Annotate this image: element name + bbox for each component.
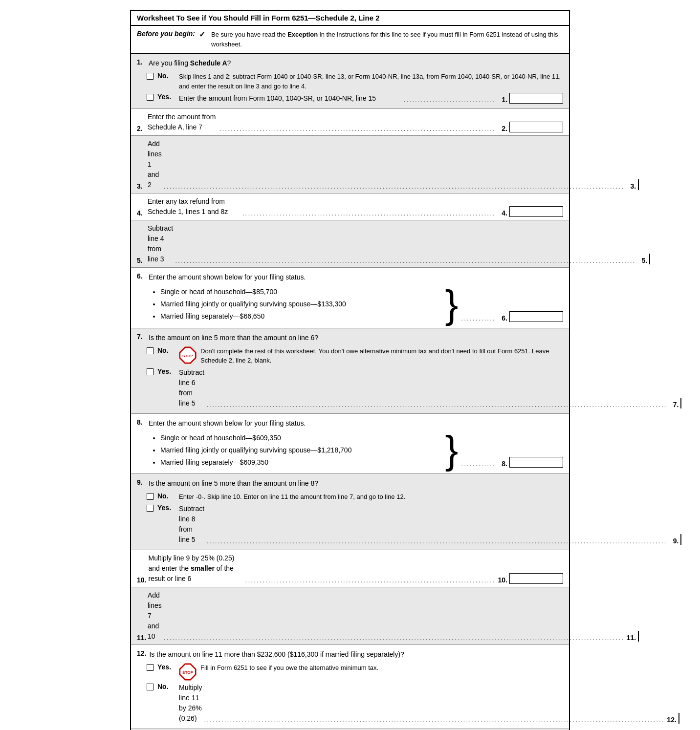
q2-row: 2. Enter the amount from Schedule A, lin… <box>137 112 563 132</box>
q12-input[interactable] <box>678 713 679 724</box>
q7-yes-checkbox[interactable] <box>147 368 153 375</box>
q8-heading: Enter the amount shown below for your fi… <box>149 418 563 429</box>
section-q11: 11. Add lines 7 and 10 .................… <box>131 587 569 645</box>
q12-no-row: No. Multiply line 11 by 26% (0.26) .....… <box>147 683 563 724</box>
q3-input[interactable] <box>638 179 639 190</box>
q11-dots: ........................................… <box>164 634 624 642</box>
q3-text: Add lines 1 and 2 <box>148 139 162 190</box>
q7-yes-label: Yes. <box>157 367 175 375</box>
q9-no-checkbox[interactable] <box>147 493 153 500</box>
q7-heading-row: 7. Is the amount on line 5 more than the… <box>137 331 563 344</box>
q1-dots: ................................ <box>404 96 496 104</box>
section-q1: 1. Are you filing Schedule A? No. Skip l… <box>131 54 569 109</box>
section-q4: 4. Enter any tax refund from Schedule 1,… <box>131 193 569 220</box>
q1-yes-checkbox[interactable] <box>147 94 153 101</box>
q3-line-ref: 3. <box>626 182 636 190</box>
q12-label: 12. <box>137 649 146 657</box>
q12-yes-text: Fill in Form 6251 to see if you owe the … <box>200 663 563 673</box>
q4-input[interactable] <box>509 206 563 217</box>
q1-yes-row: Yes. Enter the amount from Form 1040, 10… <box>147 93 563 104</box>
q8-bullet3: Married filing separately—$609,350 <box>160 456 442 469</box>
q7-yes-content: Subtract line 6 from line 5 ............… <box>179 367 595 408</box>
q6-input[interactable] <box>509 311 563 322</box>
q8-dots-ref: ............ 8. <box>461 430 563 471</box>
q2-input[interactable] <box>509 122 563 132</box>
q2-dots: ........................................… <box>219 125 496 132</box>
q9-yes-checkbox[interactable] <box>147 505 153 512</box>
q1-no-text: Skip lines 1 and 2; subtract Form 1040 o… <box>179 72 563 91</box>
q3-row: 3. Add lines 1 and 2 ...................… <box>137 139 563 190</box>
q7-yes-text: Subtract line 6 from line 5 <box>179 367 204 408</box>
q7-input[interactable] <box>680 398 681 408</box>
q8-dots: ............ <box>461 460 496 468</box>
q10-label: 10. <box>137 576 146 584</box>
q5-row: 5. Subtract line 4 from line 3 .........… <box>137 223 563 264</box>
q1-no-row: No. Skip lines 1 and 2; subtract Form 10… <box>147 72 563 91</box>
q5-line-ref: 5. <box>637 257 647 264</box>
q9-no-label: No. <box>157 492 175 500</box>
q1-yes-label: Yes. <box>157 93 175 101</box>
q9-line-ref: 9. <box>669 537 678 545</box>
q8-heading-row: 8. Enter the amount shown below for your… <box>137 417 563 430</box>
q5-input[interactable] <box>649 254 650 264</box>
q12-yes-checkbox[interactable] <box>147 664 153 671</box>
q12-no-checkbox[interactable] <box>147 684 153 690</box>
q12-no-text: Multiply line 11 by 26% (0.26) <box>179 683 202 724</box>
before-begin-section: Before you begin: ✓ Be sure you have rea… <box>131 26 569 54</box>
q6-bullet-content: Single or head of household—$85,700 Marr… <box>149 284 442 325</box>
section-q10: 10. Multiply line 9 by 25% (0.25) and en… <box>131 550 569 587</box>
q8-input[interactable] <box>509 457 563 468</box>
q6-line-ref: 6. <box>498 314 507 322</box>
worksheet-title: Worksheet To See if You Should Fill in F… <box>131 11 569 26</box>
q9-heading-row: 9. Is the amount on line 5 more than the… <box>137 477 563 490</box>
title-text: Worksheet To See if You Should Fill in F… <box>137 14 380 22</box>
q8-bullet-list: Single or head of household—$609,350 Mar… <box>160 432 442 469</box>
q7-label: 7. <box>137 333 146 341</box>
q9-yes-row: Yes. Subtract line 8 from line 5 .......… <box>147 504 563 545</box>
q12-stop-icon: STOP <box>179 663 197 681</box>
q6-dots-ref: ............ 6. <box>461 284 563 325</box>
q11-input[interactable] <box>638 631 639 642</box>
section-q7: 7. Is the amount on line 5 more than the… <box>131 328 569 414</box>
q6-bullet1: Single or head of household—$85,700 <box>160 286 442 298</box>
q12-heading: Is the amount on line 11 more than $232,… <box>149 649 563 660</box>
q6-heading-row: 6. Enter the amount shown below for your… <box>137 271 563 284</box>
q11-text: Add lines 7 and 10 <box>148 590 162 642</box>
before-begin-text: Be sure you have read the Exception in t… <box>211 30 563 49</box>
section-q9: 9. Is the amount on line 5 more than the… <box>131 474 569 550</box>
q9-input[interactable] <box>680 534 681 545</box>
q1-heading-row: 1. Are you filing Schedule A? <box>137 57 563 70</box>
before-begin-label: Before you begin: <box>137 30 195 38</box>
q9-yes-content: Subtract line 8 from line 5 ............… <box>179 504 595 545</box>
q8-label: 8. <box>137 418 146 426</box>
q10-input[interactable] <box>509 573 563 584</box>
section-q3: 3. Add lines 1 and 2 ...................… <box>131 136 569 193</box>
q4-line-ref: 4. <box>498 209 507 217</box>
q11-row: 11. Add lines 7 and 10 .................… <box>137 590 563 642</box>
q6-bullet-list: Single or head of household—$85,700 Marr… <box>160 286 442 323</box>
q1-input[interactable] <box>509 93 563 104</box>
q1-label: 1. <box>137 58 146 66</box>
checkmark-icon: ✓ <box>199 30 205 39</box>
q9-yes-label: Yes. <box>157 504 175 512</box>
q8-line-ref: 8. <box>498 460 507 468</box>
svg-text:STOP: STOP <box>182 670 193 674</box>
q9-label: 9. <box>137 478 146 486</box>
q12-yes-row: Yes. STOP Fill in Form 6251 to see if yo… <box>147 663 563 681</box>
section-q6: 6. Enter the amount shown below for your… <box>131 268 569 328</box>
q3-dots: ........................................… <box>164 182 624 190</box>
q1-yes-content: Enter the amount from Form 1040, 1040-SR… <box>179 93 563 104</box>
q12-yes-label: Yes. <box>157 663 175 671</box>
q6-bullet2: Married filing jointly or qualifying sur… <box>160 298 442 310</box>
q6-brace-section: Single or head of household—$85,700 Marr… <box>149 284 563 325</box>
q10-text: Multiply line 9 by 25% (0.25) and enter … <box>148 553 243 584</box>
q7-no-checkbox[interactable] <box>147 347 153 354</box>
q4-dots: ........................................… <box>242 209 496 217</box>
q11-line-ref: 11. <box>626 634 636 642</box>
q1-no-checkbox[interactable] <box>147 73 153 80</box>
q7-stop-icon: STOP <box>179 346 197 364</box>
q9-yes-text: Subtract line 8 from line 5 <box>179 504 204 545</box>
q8-bullet-content: Single or head of household—$609,350 Mar… <box>149 430 442 471</box>
q7-heading: Is the amount on line 5 more than the am… <box>149 333 563 343</box>
q1-no-label: No. <box>157 72 175 80</box>
